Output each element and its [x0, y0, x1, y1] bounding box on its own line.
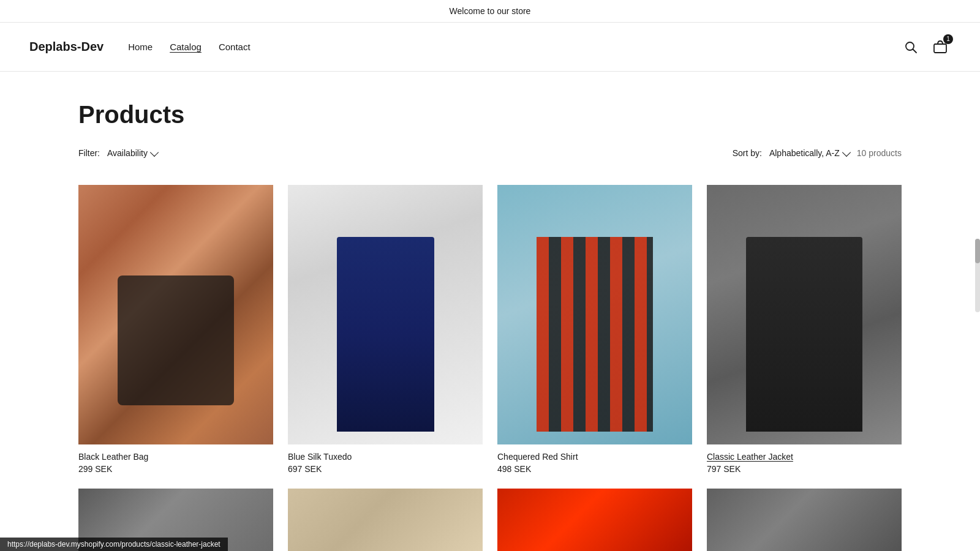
product-price: 797 SEK — [707, 464, 902, 474]
sort-select[interactable]: Alphabetically, A-Z — [769, 148, 850, 158]
availability-label: Availability — [107, 148, 148, 158]
product-image — [288, 185, 483, 444]
header-right: 1 — [902, 37, 951, 58]
product-card[interactable] — [497, 489, 692, 551]
nav-contact[interactable]: Contact — [219, 42, 251, 52]
header-left: Deplabs-Dev Home Catalog Contact — [29, 40, 251, 54]
scrollbar[interactable] — [975, 239, 980, 312]
nav-home[interactable]: Home — [128, 42, 153, 52]
search-button[interactable] — [902, 38, 920, 56]
announcement-text: Welcome to our store — [450, 6, 531, 16]
product-price: 697 SEK — [288, 464, 483, 474]
nav-catalog[interactable]: Catalog — [170, 42, 202, 52]
search-icon — [904, 40, 918, 54]
filter-right: Sort by: Alphabetically, A-Z 10 products — [733, 148, 902, 158]
cart-wrapper: 1 — [930, 37, 951, 58]
page-title: Products — [78, 101, 902, 129]
sort-value: Alphabetically, A-Z — [769, 148, 840, 158]
product-card[interactable]: Black Leather Bag 299 SEK — [78, 185, 273, 474]
header: Deplabs-Dev Home Catalog Contact 1 — [0, 23, 980, 72]
main-content: Products Filter: Availability Sort by: A… — [49, 101, 931, 551]
product-image-partial — [497, 489, 692, 551]
product-card[interactable] — [707, 489, 902, 551]
status-url: https://deplabs-dev.myshopify.com/produc… — [7, 540, 221, 549]
logo[interactable]: Deplabs-Dev — [29, 40, 104, 54]
product-image — [707, 185, 902, 444]
product-image-partial — [707, 489, 902, 551]
announcement-bar: Welcome to our store — [0, 0, 980, 23]
product-name: Classic Leather Jacket — [707, 452, 902, 462]
availability-filter[interactable]: Availability — [107, 148, 157, 158]
product-price: 299 SEK — [78, 464, 273, 474]
chevron-down-icon — [842, 148, 851, 156]
product-name: Chequered Red Shirt — [497, 452, 692, 462]
product-card[interactable] — [288, 489, 483, 551]
svg-line-1 — [913, 49, 917, 53]
product-grid: Black Leather Bag 299 SEK Blue Silk Tuxe… — [78, 185, 902, 474]
scroll-thumb[interactable] — [975, 239, 980, 263]
svg-rect-2 — [934, 44, 946, 53]
product-image — [497, 185, 692, 444]
product-name: Blue Silk Tuxedo — [288, 452, 483, 462]
product-count: 10 products — [857, 148, 902, 158]
product-name: Black Leather Bag — [78, 452, 273, 462]
status-bar: https://deplabs-dev.myshopify.com/produc… — [0, 538, 228, 551]
filter-label: Filter: — [78, 148, 100, 158]
filter-bar: Filter: Availability Sort by: Alphabetic… — [78, 148, 902, 168]
sort-label: Sort by: — [733, 148, 762, 158]
product-price: 498 SEK — [497, 464, 692, 474]
product-card[interactable]: Classic Leather Jacket 797 SEK — [707, 185, 902, 474]
chevron-down-icon — [150, 148, 159, 156]
product-card[interactable]: Blue Silk Tuxedo 697 SEK — [288, 185, 483, 474]
product-image-partial — [288, 489, 483, 551]
product-image — [78, 185, 273, 444]
product-card[interactable]: Chequered Red Shirt 498 SEK — [497, 185, 692, 474]
cart-badge: 1 — [943, 34, 953, 44]
filter-left: Filter: Availability — [78, 148, 157, 158]
nav: Home Catalog Contact — [128, 42, 250, 52]
